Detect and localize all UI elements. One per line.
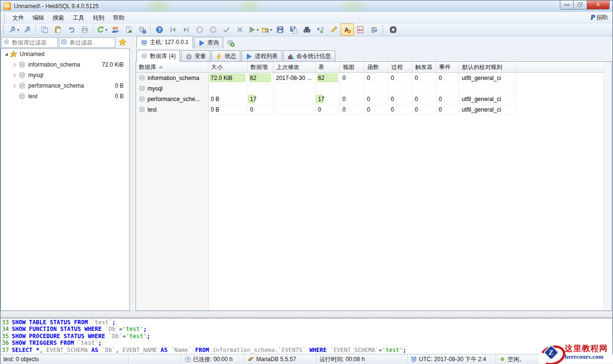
grid-cell[interactable]: 0 <box>388 94 412 104</box>
grid-cell[interactable]: utf8_general_ci <box>459 104 516 115</box>
grid-cell[interactable]: 0 B <box>208 94 248 104</box>
tree-item-performance_schema[interactable]: performance_schema0 B <box>1 80 129 91</box>
column-header-1[interactable]: 大小 <box>208 62 248 73</box>
sub-tab-3[interactable]: 进程列表 <box>241 50 282 62</box>
grid-cell[interactable]: 0 <box>436 94 459 104</box>
menu-item-3[interactable]: 工具 <box>68 12 89 23</box>
sub-tab-1[interactable]: 变量 <box>181 50 210 62</box>
grid-cell[interactable]: 72.0 KiB <box>208 73 248 83</box>
minimize-button[interactable] <box>560 0 574 10</box>
sub-tab-2[interactable]: 状态 <box>211 50 240 62</box>
table-row-test[interactable]: test0 B0000000utf8_general_ci <box>136 104 612 115</box>
grid-cell[interactable] <box>412 83 436 94</box>
grid-cell[interactable]: 0 <box>412 104 436 115</box>
database-name-cell[interactable]: information_schema <box>136 73 208 83</box>
column-header-7[interactable]: 过程 <box>388 62 412 73</box>
table-filter-input[interactable] <box>68 39 114 46</box>
column-header-9[interactable]: 事件 <box>436 62 459 73</box>
copy-database-button[interactable] <box>136 23 149 36</box>
save-sql-button[interactable] <box>273 23 287 36</box>
tree-item-information_schema[interactable]: information_schema72.0 KiB <box>1 59 129 70</box>
find-text-button[interactable] <box>300 23 314 36</box>
grid-cell[interactable] <box>208 83 248 94</box>
main-tab-0[interactable]: 主机: 127.0.0.1 <box>136 36 193 48</box>
grid-cell[interactable]: 0 <box>248 104 273 115</box>
column-header-8[interactable]: 触发器 <box>412 62 436 73</box>
post-changes-button[interactable] <box>220 23 233 36</box>
grid-cell[interactable]: 62 <box>248 73 273 83</box>
edit-cell-button[interactable] <box>327 23 341 36</box>
column-header-6[interactable]: 函数 <box>364 62 388 73</box>
donate-button[interactable]: P 捐助 <box>590 13 608 22</box>
sub-tab-0[interactable]: 数据库 (4) <box>136 50 180 62</box>
database-name-cell[interactable]: performance_sche... <box>136 94 208 104</box>
delete-row-button[interactable] <box>206 23 220 36</box>
print-button[interactable] <box>78 23 91 36</box>
grid-cell[interactable]: 0 <box>388 104 412 115</box>
expander-closed-icon[interactable] <box>11 61 18 68</box>
column-header-0[interactable]: 数据库 <box>136 62 208 73</box>
grid-cell[interactable]: 0 <box>436 104 459 115</box>
copy-button[interactable] <box>38 23 51 36</box>
grid-cell[interactable]: 0 <box>316 104 340 115</box>
table-row-information_schema[interactable]: information_schema72.0 KiB622017-08-30 .… <box>136 73 612 83</box>
reformat-sql-button[interactable] <box>367 23 381 36</box>
grid-cell[interactable]: utf8_general_ci <box>459 94 516 104</box>
grid-cell[interactable] <box>273 83 316 94</box>
help-button[interactable]: ? <box>153 23 166 36</box>
grid-cell[interactable]: 0 <box>340 94 364 104</box>
syntax-highlight-button[interactable]: A <box>341 23 354 36</box>
grid-cell[interactable]: 0 <box>388 73 412 83</box>
grid-cell[interactable]: 0 <box>364 94 388 104</box>
new-query-tab-button[interactable] <box>225 38 237 48</box>
menu-item-5[interactable]: 帮助 <box>109 12 129 23</box>
grid-cell[interactable] <box>273 104 316 115</box>
column-header-10[interactable]: 默认的校对规则 <box>459 62 516 73</box>
sql-log[interactable]: 33SHOW TABLE STATUS FROM `test`;34SHOW F… <box>1 318 612 354</box>
expander-closed-icon[interactable] <box>11 82 18 89</box>
menu-item-2[interactable]: 搜索 <box>48 12 68 23</box>
grid-cell[interactable]: 17 <box>248 94 273 104</box>
main-tab-1[interactable]: 查询 <box>194 37 223 48</box>
sub-tab-4[interactable]: 命令统计信息 <box>283 50 335 62</box>
expander-closed-icon[interactable] <box>11 72 18 79</box>
grid-cell[interactable]: 0 <box>364 73 388 83</box>
close-button[interactable]: ✕ <box>587 0 610 10</box>
expander-open-icon[interactable] <box>3 51 10 57</box>
user-manager-button[interactable] <box>109 23 122 36</box>
replace-text-button[interactable]: ab <box>314 23 327 36</box>
database-name-cell[interactable]: mysql <box>136 83 208 94</box>
execute-sql-button[interactable]: ▾ <box>247 23 260 36</box>
export-database-sql-button[interactable] <box>122 23 136 36</box>
discard-changes-button[interactable] <box>233 23 247 36</box>
database-filter-input[interactable] <box>11 39 56 46</box>
grid-cell[interactable]: 0 B <box>208 104 248 115</box>
table-row-performance_sche...[interactable]: performance_sche...0 B171700000utf8_gene… <box>136 94 612 104</box>
last-row-button[interactable] <box>180 23 193 36</box>
column-header-5[interactable]: 视图 <box>340 62 364 73</box>
column-header-4[interactable]: 表 <box>316 62 340 73</box>
grid-cell[interactable]: 0 <box>364 104 388 115</box>
grid-cell[interactable] <box>273 94 316 104</box>
grid-cell[interactable] <box>436 83 459 94</box>
tree-item-mysql[interactable]: mysql <box>1 70 129 80</box>
first-row-button[interactable] <box>166 23 180 36</box>
insert-row-button[interactable] <box>193 23 206 36</box>
view-as-hex-button[interactable]: 0x <box>354 23 367 36</box>
grid-cell[interactable]: 0 <box>412 73 436 83</box>
paste-button[interactable] <box>51 23 65 36</box>
grid-cell[interactable] <box>316 83 340 94</box>
menu-item-1[interactable]: 编辑 <box>28 12 48 23</box>
grid-cell[interactable]: 2017-08-30 ... <box>273 73 316 83</box>
vertical-splitter[interactable] <box>130 36 136 311</box>
menu-item-4[interactable]: 转到 <box>89 12 109 23</box>
horizontal-splitter[interactable] <box>0 311 613 318</box>
grid-cell[interactable]: 62 <box>316 73 340 83</box>
grid-cell[interactable]: 0 <box>340 104 364 115</box>
grid-cell[interactable]: 0 <box>340 73 364 83</box>
menu-item-0[interactable]: 文件 <box>8 12 28 23</box>
table-row-mysql[interactable]: mysql <box>136 83 612 94</box>
restore-button[interactable] <box>574 0 587 10</box>
database-name-cell[interactable]: test <box>136 104 208 115</box>
grid-cell[interactable]: 0 <box>436 73 459 83</box>
